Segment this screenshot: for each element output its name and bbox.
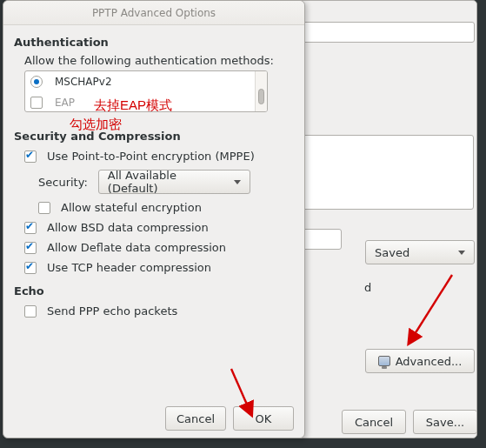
cancel-button[interactable]: Cancel [165, 406, 226, 431]
ok-button[interactable]: OK [233, 406, 294, 431]
cancel-label: Cancel [176, 412, 215, 425]
security-combo[interactable]: All Available (Default) [98, 170, 250, 194]
stateful-check[interactable] [38, 202, 50, 214]
bg-label-d: d [364, 281, 371, 294]
bsd-row[interactable]: Allow BSD data compression [24, 221, 294, 234]
echo-heading: Echo [14, 284, 294, 298]
bg-save-label: Save... [426, 416, 464, 429]
bsd-label: Allow BSD data compression [47, 221, 209, 234]
security-value: All Available (Default) [108, 169, 229, 195]
method-label: EAP [55, 97, 75, 109]
advanced-button[interactable]: Advanced... [365, 349, 475, 373]
bg-cancel-label: Cancel [355, 416, 393, 429]
auth-method-eap[interactable]: EAP [25, 92, 267, 112]
bg-saved-combo[interactable]: Saved [365, 240, 475, 264]
mppe-check[interactable] [24, 150, 37, 163]
mppe-label: Use Point-to-Point encryption (MPPE) [47, 150, 255, 163]
security-combo-row: Security: All Available (Default) [24, 170, 294, 194]
chevron-down-icon [234, 180, 241, 184]
auth-methods-list[interactable]: MSCHAPv2 EAP [24, 70, 268, 112]
scrollbar[interactable] [255, 71, 267, 111]
bsd-check[interactable] [24, 222, 37, 234]
pptp-advanced-dialog: PPTP Advanced Options Authentication All… [3, 0, 305, 438]
ppp-echo-row[interactable]: Send PPP echo packets [24, 304, 294, 318]
check-icon[interactable] [30, 97, 43, 109]
deflate-label: Allow Deflate data compression [47, 241, 226, 254]
stateful-row[interactable]: Allow stateful encryption [24, 201, 294, 214]
mppe-row[interactable]: Use Point-to-Point encryption (MPPE) [24, 150, 294, 163]
chevron-down-icon [458, 251, 465, 255]
security-heading: Security and Compression [14, 130, 294, 143]
tcp-check[interactable] [24, 262, 37, 274]
bg-cancel-button[interactable]: Cancel [342, 410, 406, 434]
advanced-label: Advanced... [396, 355, 463, 368]
method-label: MSCHAPv2 [55, 76, 112, 88]
ok-label: OK [256, 412, 272, 425]
deflate-check[interactable] [24, 242, 37, 254]
radio-icon[interactable] [30, 76, 43, 88]
bg-save-button[interactable]: Save... [413, 410, 477, 434]
auth-heading: Authentication [14, 36, 294, 49]
dialog-title: PPTP Advanced Options [92, 7, 216, 19]
stateful-label: Allow stateful encryption [61, 201, 202, 214]
tcp-row[interactable]: Use TCP header compression [24, 261, 294, 274]
tcp-label: Use TCP header compression [47, 261, 211, 274]
ppp-echo-label: Send PPP echo packets [47, 304, 177, 318]
monitor-icon [378, 356, 390, 366]
bg-saved-label: Saved [375, 246, 409, 259]
security-label: Security: [38, 176, 88, 189]
deflate-row[interactable]: Allow Deflate data compression [24, 241, 294, 254]
dialog-titlebar[interactable]: PPTP Advanced Options [3, 1, 304, 25]
scroll-thumb[interactable] [258, 89, 264, 104]
ppp-echo-check[interactable] [24, 305, 37, 318]
auth-method-mschapv2[interactable]: MSCHAPv2 [25, 71, 267, 92]
auth-subheading: Allow the following authentication metho… [24, 54, 294, 67]
